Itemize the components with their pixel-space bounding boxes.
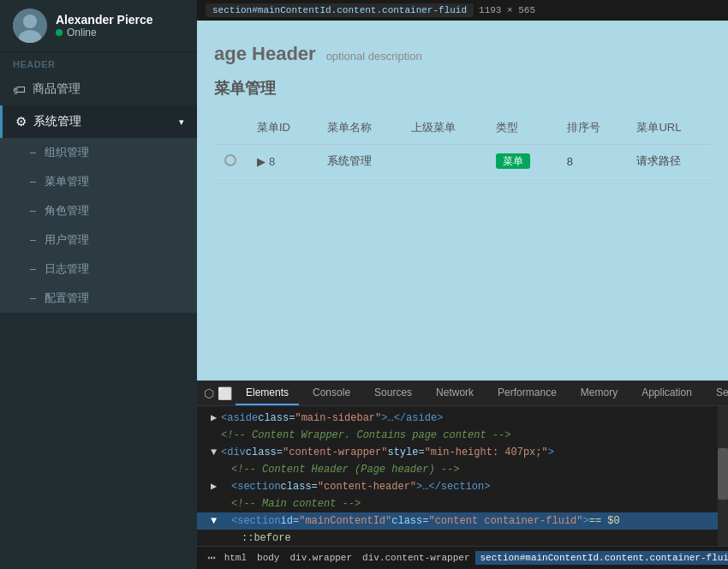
status-dot <box>56 29 63 36</box>
config-label: 配置管理 <box>45 290 89 306</box>
status-label: Online <box>67 27 97 39</box>
cursor-icon[interactable]: ⬡ <box>204 383 214 404</box>
system-label: 系统管理 <box>33 114 172 129</box>
row-parent <box>401 145 486 178</box>
system-icon: ⚙ <box>15 114 27 129</box>
col-parent-menu: 上级菜单 <box>401 111 486 145</box>
role-label: 角色管理 <box>45 203 89 219</box>
content-box: 菜单管理 菜单ID 菜单名称 上级菜单 类型 排序号 菜单URL <box>214 78 711 178</box>
submenu-item-user[interactable]: 用户管理 <box>0 225 197 255</box>
scrollbar-thumb[interactable] <box>718 448 728 500</box>
user-label: 用户管理 <box>45 232 89 248</box>
org-label: 组织管理 <box>45 145 89 160</box>
chevron-down-icon: ▾ <box>179 117 184 128</box>
expand-icon: ▶ <box>257 155 266 168</box>
row-url: 请求路径 <box>626 145 711 178</box>
svg-point-1 <box>23 15 37 28</box>
tab-network[interactable]: Network <box>426 381 484 405</box>
main-area: Alexander Pierce Online HEADER 🏷 商品管理 ⚙ <box>0 0 728 569</box>
tab-performance[interactable]: Performance <box>487 381 567 405</box>
avatar-image <box>13 9 47 43</box>
goods-label: 商品管理 <box>33 81 184 97</box>
dom-line-selected-section[interactable]: ▼ <section id="mainContentId" class="con… <box>197 512 728 530</box>
sidebar-header: Alexander Pierce Online <box>0 0 197 52</box>
submenu-item-log[interactable]: 日志管理 <box>0 255 197 284</box>
row-id: ▶ 8 <box>247 145 317 178</box>
tab-console[interactable]: Console <box>302 381 361 405</box>
submenu-item-org[interactable]: 组织管理 <box>0 138 197 167</box>
scrollbar[interactable] <box>718 406 728 546</box>
app-container: Alexander Pierce Online HEADER 🏷 商品管理 ⚙ <box>0 0 728 569</box>
devtools-content: ▶ <aside class="main-sidebar" >…</aside>… <box>197 406 728 569</box>
user-status: Online <box>56 27 153 39</box>
sidebar-nav: HEADER 🏷 商品管理 ⚙ 系统管理 ▾ 组织管理 <box>0 52 197 569</box>
sidebar: Alexander Pierce Online HEADER 🏷 商品管理 ⚙ <box>0 0 197 569</box>
avatar <box>13 9 47 43</box>
dom-line-comment2[interactable]: <!-- Content Header (Page header) --> <box>197 461 728 478</box>
menu-label: 菜单管理 <box>45 174 89 189</box>
goods-icon: 🏷 <box>13 82 26 97</box>
breadcrumb-main-section[interactable]: section#mainContentId.content.container-… <box>475 551 729 565</box>
dom-line-section-header[interactable]: ▶ <section class="content-header" >…</se… <box>197 478 728 495</box>
comment-main: <!-- Main content --> <box>231 496 361 512</box>
user-info: Alexander Pierce Online <box>56 13 153 39</box>
menu-table: 菜单ID 菜单名称 上级菜单 类型 排序号 菜单URL <box>214 111 711 178</box>
section-title: 菜单管理 <box>214 78 711 99</box>
dom-line-comment3[interactable]: <!-- Main content --> <box>197 495 728 512</box>
tag-aside: <aside <box>221 410 258 426</box>
col-menu-id: 菜单ID <box>247 111 317 145</box>
dom-line-before[interactable]: ::before <box>197 530 728 546</box>
breadcrumb-wrapper[interactable]: div.wrapper <box>284 551 357 565</box>
user-name: Alexander Pierce <box>56 13 153 27</box>
page-header: age Header <box>214 43 316 65</box>
row-sort: 8 <box>557 145 627 178</box>
table-row[interactable]: ▶ 8 系统管理 菜单 8 请求路径 <box>214 145 711 178</box>
comment-content-wrapper: <!-- Content Wrapper. Contains page cont… <box>221 428 510 443</box>
col-select <box>214 111 247 145</box>
content-area: section#mainContentId.content.container-… <box>197 0 728 569</box>
selected-element: section#mainContentId.content.container-… <box>206 3 474 17</box>
tab-application[interactable]: Application <box>631 381 702 405</box>
comment-page-header: <!-- Content Header (Page header) --> <box>231 462 459 477</box>
submenu-item-config[interactable]: 配置管理 <box>0 284 197 313</box>
breadcrumb-body[interactable]: body <box>252 551 284 565</box>
tab-elements[interactable]: Elements <box>236 381 299 405</box>
submenu-item-menu[interactable]: 菜单管理 <box>0 167 197 196</box>
expand-button[interactable]: ▶ 8 <box>257 155 275 168</box>
sidebar-item-system[interactable]: ⚙ 系统管理 ▾ <box>0 105 197 138</box>
tab-security[interactable]: Security <box>706 381 728 405</box>
row-name: 系统管理 <box>317 145 402 178</box>
submenu-item-role[interactable]: 角色管理 <box>0 196 197 225</box>
dom-line[interactable]: ▶ <aside class="main-sidebar" >…</aside> <box>197 410 728 427</box>
page-subtitle: optional description <box>326 50 422 63</box>
log-label: 日志管理 <box>45 261 89 277</box>
row-type: 菜单 <box>486 145 557 178</box>
breadcrumb-content-wrapper[interactable]: div.content-wrapper <box>357 551 474 565</box>
sidebar-section-header: HEADER <box>0 52 197 73</box>
sidebar-item-goods[interactable]: 🏷 商品管理 <box>0 73 197 105</box>
inspector-bar: section#mainContentId.content.container-… <box>197 0 728 21</box>
col-url: 菜单URL <box>626 111 711 145</box>
inspect-icon[interactable]: ⬜ <box>218 383 232 404</box>
system-submenu: 组织管理 菜单管理 角色管理 用户管理 日志管理 配置管理 <box>0 138 197 313</box>
tab-sources[interactable]: Sources <box>364 381 422 405</box>
col-menu-name: 菜单名称 <box>317 111 402 145</box>
page-content: age Header optional description 菜单管理 菜单I… <box>197 0 728 195</box>
more-icon[interactable]: ⋯ <box>204 549 219 566</box>
breadcrumb-html[interactable]: html <box>219 551 252 565</box>
breadcrumb-bar: ⋯ html body div.wrapper div.content-wrap… <box>197 546 728 569</box>
col-sort: 排序号 <box>557 111 627 145</box>
dom-line-div[interactable]: ▼ <div class="content-wrapper" style="mi… <box>197 444 728 461</box>
radio-button[interactable] <box>224 154 236 166</box>
row-id-value: 8 <box>269 155 275 168</box>
dom-tree[interactable]: ▶ <aside class="main-sidebar" >…</aside>… <box>197 406 728 546</box>
pseudo-before: ::before <box>242 530 291 546</box>
col-type: 类型 <box>486 111 557 145</box>
dom-line-comment1[interactable]: <!-- Content Wrapper. Contains page cont… <box>197 427 728 444</box>
row-radio[interactable] <box>214 145 247 178</box>
devtools-toolbar: ⬡ ⬜ Elements Console Sources Network Per… <box>197 381 728 406</box>
tab-memory[interactable]: Memory <box>570 381 628 405</box>
type-badge: 菜单 <box>496 153 530 169</box>
triangle-icon: ▶ <box>211 410 221 426</box>
element-dimensions: 1193 × 565 <box>479 5 535 15</box>
